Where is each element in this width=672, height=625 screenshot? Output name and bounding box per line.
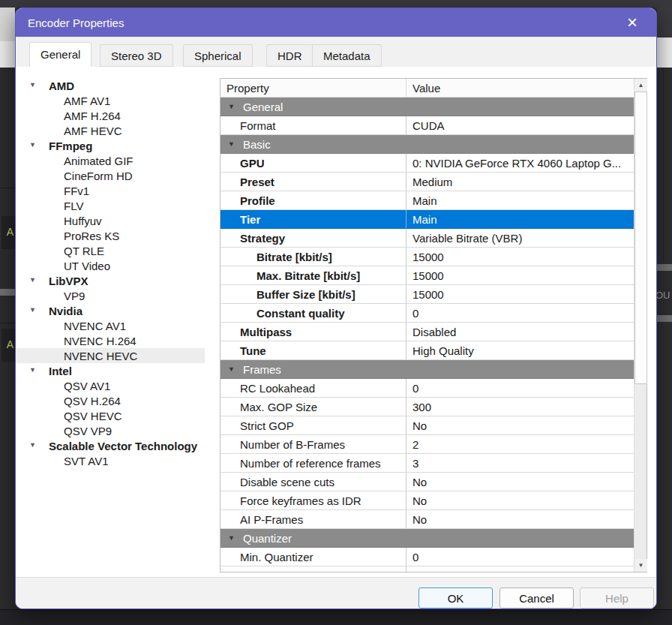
property-value-cell[interactable]: 2 bbox=[406, 435, 634, 453]
column-header-value[interactable]: Value bbox=[406, 79, 634, 97]
tree-item-animated-gif[interactable]: Animated GIF bbox=[16, 153, 205, 168]
tree-item-ffv1[interactable]: FFv1 bbox=[16, 183, 205, 198]
grid-scrollbar[interactable]: ▲ ▼ bbox=[634, 79, 646, 572]
property-value-cell[interactable]: 0 bbox=[406, 304, 634, 322]
grid-row-max-gop-size[interactable]: Max. GOP Size300 bbox=[220, 398, 634, 416]
grid-row-multipass[interactable]: MultipassDisabled bbox=[220, 323, 634, 341]
property-value-cell[interactable]: CUDA bbox=[406, 116, 634, 134]
grid-row-bitrate-kbit-s-[interactable]: Bitrate [kbit/s]15000 bbox=[220, 248, 634, 266]
tree-collapse-icon[interactable]: ▼ bbox=[29, 441, 36, 449]
property-value-cell[interactable]: Main bbox=[406, 210, 634, 228]
grid-group-general[interactable]: ▼General bbox=[220, 98, 634, 116]
group-collapse-icon[interactable]: ▼ bbox=[228, 534, 235, 542]
tree-group-scalable-vector-technology[interactable]: ▼Scalable Vector Technology bbox=[16, 438, 205, 453]
group-collapse-icon[interactable]: ▼ bbox=[228, 103, 235, 110]
tab-metadata[interactable]: Metadata bbox=[312, 44, 382, 67]
grid-row-strict-gop[interactable]: Strict GOPNo bbox=[220, 416, 634, 435]
property-value-cell[interactable]: 15000 bbox=[406, 248, 634, 266]
tree-item-label: AMF H.264 bbox=[16, 110, 121, 122]
grid-row-constant-quality[interactable]: Constant quality0 bbox=[220, 304, 634, 323]
tree-item-cineform-hd[interactable]: CineForm HD bbox=[16, 168, 205, 183]
tree-item-nvenc-av1[interactable]: NVENC AV1 bbox=[16, 318, 205, 333]
property-value-cell[interactable]: 300 bbox=[406, 398, 634, 416]
grid-row-buffer-size-kbit-s-[interactable]: Buffer Size [kbit/s]15000 bbox=[220, 285, 634, 304]
tree-collapse-icon[interactable]: ▼ bbox=[29, 366, 36, 374]
grid-row-strategy[interactable]: StrategyVariable Bitrate (VBR) bbox=[220, 229, 634, 248]
dialog-titlebar[interactable]: Encoder Properties × bbox=[16, 8, 656, 37]
grid-row-disable-scene-cuts[interactable]: Disable scene cutsNo bbox=[220, 473, 634, 491]
grid-row-tier[interactable]: TierMain bbox=[220, 210, 634, 229]
column-header-property[interactable]: Property bbox=[220, 79, 406, 97]
tree-item-amf-hevc[interactable]: AMF HEVC bbox=[16, 123, 205, 138]
ok-button[interactable]: OK bbox=[418, 587, 493, 608]
tree-item-amf-av1[interactable]: AMF AV1 bbox=[16, 93, 205, 108]
tree-collapse-icon[interactable]: ▼ bbox=[29, 141, 36, 149]
grid-row-ai-p-frames[interactable]: AI P-FramesNo bbox=[220, 510, 634, 529]
tree-item-qsv-vp9[interactable]: QSV VP9 bbox=[16, 423, 205, 438]
tree-item-nvenc-h-264[interactable]: NVENC H.264 bbox=[16, 333, 205, 348]
property-value-cell[interactable] bbox=[406, 566, 634, 572]
tree-group-ffmpeg[interactable]: ▼FFmpeg bbox=[16, 138, 205, 153]
property-value-cell[interactable]: 15000 bbox=[406, 266, 634, 284]
property-value-cell[interactable]: 3 bbox=[406, 454, 634, 472]
property-value-cell[interactable]: No bbox=[406, 510, 634, 528]
scrollbar-thumb[interactable] bbox=[634, 92, 647, 384]
property-value-cell[interactable]: 0: NVIDIA GeForce RTX 4060 Laptop G... bbox=[406, 154, 634, 172]
property-value-cell[interactable]: No bbox=[406, 491, 634, 509]
tree-item-prores-ks[interactable]: ProRes KS bbox=[16, 228, 205, 243]
grid-row-force-keyframes-as-idr[interactable]: Force keyframes as IDRNo bbox=[220, 491, 634, 510]
tree-collapse-icon[interactable]: ▼ bbox=[29, 276, 36, 284]
tree-group-libvpx[interactable]: ▼LibVPX bbox=[16, 273, 205, 288]
property-value-cell[interactable]: Variable Bitrate (VBR) bbox=[406, 229, 634, 247]
tree-group-amd[interactable]: ▼AMD bbox=[16, 78, 205, 93]
tree-item-amf-h-264[interactable]: AMF H.264 bbox=[16, 108, 205, 123]
property-value-cell[interactable]: Disabled bbox=[406, 323, 634, 341]
property-value-cell[interactable]: Medium bbox=[406, 173, 634, 191]
group-collapse-icon[interactable]: ▼ bbox=[228, 140, 235, 148]
group-collapse-icon[interactable]: ▼ bbox=[228, 365, 235, 373]
tree-item-nvenc-hevc[interactable]: NVENC HEVC bbox=[16, 348, 205, 363]
grid-row-min-quantizer[interactable]: Min. Quantizer0 bbox=[220, 548, 634, 566]
tree-item-qsv-hevc[interactable]: QSV HEVC bbox=[16, 408, 205, 423]
grid-row-format[interactable]: FormatCUDA bbox=[220, 116, 634, 135]
close-icon[interactable]: × bbox=[620, 8, 644, 37]
property-value-cell[interactable]: 0 bbox=[406, 379, 634, 397]
grid-group-frames[interactable]: ▼Frames bbox=[220, 360, 634, 379]
cancel-button[interactable]: Cancel bbox=[500, 587, 574, 608]
tree-item-vp9[interactable]: VP9 bbox=[16, 288, 205, 303]
tab-stereo-3d[interactable]: Stereo 3D bbox=[100, 44, 173, 67]
tree-group-intel[interactable]: ▼Intel bbox=[16, 363, 205, 378]
tree-collapse-icon[interactable]: ▼ bbox=[29, 81, 36, 89]
property-value-cell[interactable]: No bbox=[406, 473, 634, 491]
grid-row-number-of-reference-frames[interactable]: Number of reference frames3 bbox=[220, 454, 634, 473]
tree-item-flv[interactable]: FLV bbox=[16, 198, 205, 213]
scrollbar-down-arrow-icon[interactable]: ▼ bbox=[634, 559, 647, 572]
grid-row-gpu[interactable]: GPU0: NVIDIA GeForce RTX 4060 Laptop G..… bbox=[220, 154, 634, 173]
scrollbar-up-arrow-icon[interactable]: ▲ bbox=[634, 79, 647, 92]
tab-general[interactable]: General bbox=[29, 42, 92, 67]
tab-hdr[interactable]: HDR bbox=[266, 44, 314, 67]
grid-row-tune[interactable]: TuneHigh Quality bbox=[220, 341, 634, 360]
property-value-cell[interactable]: Main bbox=[406, 191, 634, 209]
tree-item-qsv-h-264[interactable]: QSV H.264 bbox=[16, 393, 205, 408]
property-value-cell[interactable]: No bbox=[406, 416, 634, 434]
grid-row-max-bitrate-kbit-s-[interactable]: Max. Bitrate [kbit/s]15000 bbox=[220, 266, 634, 285]
grid-row-profile[interactable]: ProfileMain bbox=[220, 191, 634, 210]
property-value-cell[interactable]: 15000 bbox=[406, 285, 634, 303]
grid-row-preset[interactable]: PresetMedium bbox=[220, 173, 634, 191]
property-value-cell[interactable]: High Quality bbox=[406, 341, 634, 359]
grid-row-rc-lookahead[interactable]: RC Lookahead0 bbox=[220, 379, 634, 398]
tab-spherical[interactable]: Spherical bbox=[183, 44, 253, 67]
property-value-cell[interactable]: 0 bbox=[406, 548, 634, 566]
tree-collapse-icon[interactable]: ▼ bbox=[29, 306, 36, 314]
grid-group-basic[interactable]: ▼Basic bbox=[220, 135, 634, 154]
grid-row-number-of-b-frames[interactable]: Number of B-Frames2 bbox=[220, 435, 634, 454]
grid-row-max-quantizer[interactable]: Max. Quantizer bbox=[220, 566, 634, 572]
tree-group-nvidia[interactable]: ▼Nvidia bbox=[16, 303, 205, 318]
grid-group-quantizer[interactable]: ▼Quantizer bbox=[220, 529, 634, 548]
tree-item-qt-rle[interactable]: QT RLE bbox=[16, 243, 205, 258]
tree-item-huffyuv[interactable]: Huffyuv bbox=[16, 213, 205, 228]
tree-item-ut-video[interactable]: UT Video bbox=[16, 258, 205, 273]
tree-item-svt-av1[interactable]: SVT AV1 bbox=[16, 453, 205, 468]
tree-item-qsv-av1[interactable]: QSV AV1 bbox=[16, 378, 205, 393]
